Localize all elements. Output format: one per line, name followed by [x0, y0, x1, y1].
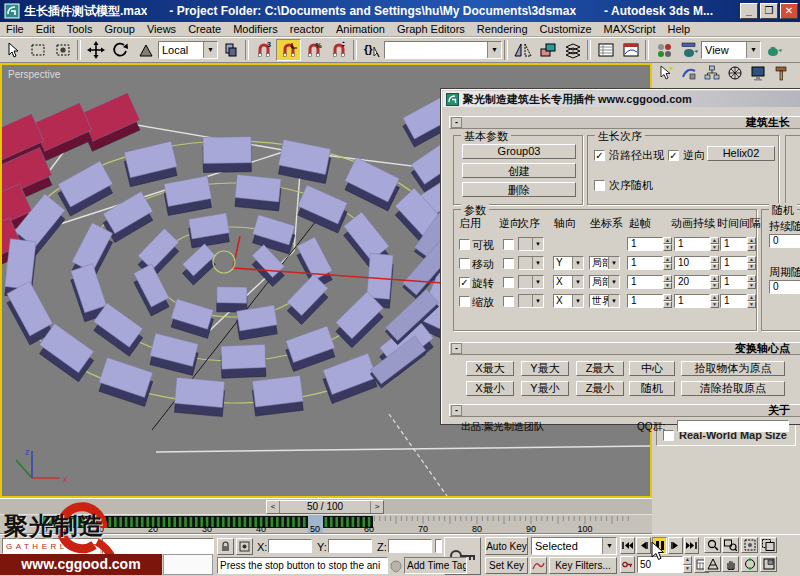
- param-interval-spinner-3[interactable]: 1▲▼: [720, 294, 756, 308]
- delete-button[interactable]: 删除: [462, 182, 576, 197]
- key-mode-toggle-button[interactable]: [620, 556, 635, 573]
- menu-item-animation[interactable]: Animation: [330, 23, 391, 35]
- key-filters-button[interactable]: Key Filters...: [549, 557, 617, 574]
- arc-rotate-button[interactable]: [741, 556, 758, 572]
- param-duration-spinner-0[interactable]: 1▲▼: [674, 237, 719, 251]
- param-start-spinner-2[interactable]: 1▲▼: [627, 275, 672, 289]
- param-reverse-checkbox-3[interactable]: [503, 296, 514, 307]
- chevron-down-icon[interactable]: ▼: [572, 257, 583, 269]
- menu-item-create[interactable]: Create: [182, 23, 227, 35]
- param-interval-spinner-0[interactable]: 1▲▼: [720, 237, 756, 251]
- z-field[interactable]: [388, 539, 432, 553]
- period-random-field[interactable]: 0: [769, 280, 800, 294]
- path-object-button[interactable]: Helix02: [707, 146, 775, 161]
- key-filter-scope-dropdown[interactable]: Selected ▼: [531, 537, 617, 555]
- field-of-view-button[interactable]: [704, 556, 721, 572]
- collapse-icon[interactable]: -: [451, 405, 462, 416]
- chevron-down-icon[interactable]: ▼: [203, 42, 217, 58]
- selection-lock-button[interactable]: [217, 538, 234, 555]
- param-axis-dropdown-3[interactable]: X▼: [553, 294, 584, 308]
- menu-item-tools[interactable]: Tools: [61, 23, 99, 35]
- edit-named-selections-icon[interactable]: {}: [359, 39, 384, 61]
- param-order-dropdown-3[interactable]: ▼: [518, 294, 544, 308]
- menu-item-edit[interactable]: Edit: [30, 23, 61, 35]
- menu-item-views[interactable]: Views: [141, 23, 182, 35]
- use-pivot-center-icon[interactable]: [218, 39, 243, 61]
- param-enable-checkbox-1[interactable]: [459, 258, 470, 269]
- angle-snap-icon[interactable]: [276, 39, 301, 61]
- chevron-down-icon[interactable]: ▼: [532, 295, 543, 307]
- layers-icon[interactable]: [560, 39, 585, 61]
- rollout-pivot[interactable]: - 变换轴心点: [449, 342, 800, 355]
- pivot-button-0-3[interactable]: 中心: [629, 361, 675, 376]
- param-order-dropdown-0[interactable]: ▼: [518, 237, 544, 251]
- param-axis-dropdown-1[interactable]: Y▼: [553, 256, 584, 270]
- next-frame-arrow[interactable]: >: [370, 501, 383, 513]
- pivot-button-1-4[interactable]: 清除拾取原点: [681, 381, 785, 396]
- minimize-button[interactable]: _: [740, 3, 758, 19]
- param-enable-checkbox-3[interactable]: [459, 296, 470, 307]
- move-icon[interactable]: [83, 39, 108, 61]
- selection-filter-icon[interactable]: [50, 39, 75, 61]
- chevron-down-icon[interactable]: ▼: [532, 257, 543, 269]
- rollout-about[interactable]: - 关于: [449, 404, 800, 417]
- zoom-button[interactable]: [704, 537, 721, 553]
- restore-button[interactable]: ❐: [760, 3, 778, 19]
- dialog-title-bar[interactable]: 聚光制造建筑生长专用插件 www.cggood.com: [443, 91, 800, 107]
- param-axis-dropdown-2[interactable]: X▼: [553, 275, 584, 289]
- snap-toggle-3d-icon[interactable]: 3: [251, 39, 276, 61]
- along-path-checkbox[interactable]: ✓: [594, 150, 605, 161]
- prev-frame-button[interactable]: [636, 537, 651, 554]
- param-duration-spinner-2[interactable]: 20▲▼: [674, 275, 719, 289]
- tab-motion-icon[interactable]: [723, 63, 746, 83]
- mirror-icon[interactable]: [510, 39, 535, 61]
- menu-item-help[interactable]: Help: [662, 23, 697, 35]
- pan-button[interactable]: [722, 556, 739, 572]
- render-setup-icon[interactable]: [676, 39, 701, 61]
- reverse-checkbox[interactable]: ✓: [668, 150, 679, 161]
- select-object-icon[interactable]: [0, 39, 25, 61]
- param-interval-spinner-2[interactable]: 1▲▼: [720, 275, 756, 289]
- goto-start-button[interactable]: [620, 537, 635, 554]
- absolute-mode-button[interactable]: [236, 538, 253, 555]
- quick-render-icon[interactable]: [761, 39, 786, 61]
- named-selection-dropdown[interactable]: ▼: [384, 41, 502, 59]
- param-enable-checkbox-0[interactable]: [459, 239, 470, 250]
- param-coord-dropdown-3[interactable]: 世界▼: [589, 294, 620, 308]
- tab-utilities-icon[interactable]: [769, 63, 792, 83]
- param-reverse-checkbox-2[interactable]: [503, 277, 514, 288]
- param-order-dropdown-1[interactable]: ▼: [518, 256, 544, 270]
- frame-spinner[interactable]: ▲▼: [683, 556, 692, 573]
- pivot-button-1-3[interactable]: 随机: [629, 381, 675, 396]
- param-start-spinner-1[interactable]: 1▲▼: [627, 256, 672, 270]
- add-time-tag[interactable]: Add Time Tag: [404, 557, 467, 574]
- chevron-down-icon[interactable]: ▼: [608, 257, 619, 269]
- tab-display-icon[interactable]: [746, 63, 769, 83]
- pivot-button-1-2[interactable]: Z最小: [576, 381, 624, 396]
- x-field[interactable]: [268, 539, 312, 553]
- pivot-button-0-2[interactable]: Z最大: [576, 361, 624, 376]
- chevron-down-icon[interactable]: ▼: [608, 295, 619, 307]
- chevron-down-icon[interactable]: ▼: [572, 276, 583, 288]
- param-duration-spinner-1[interactable]: 10▲▼: [674, 256, 719, 270]
- menu-item-reactor[interactable]: reactor: [284, 23, 330, 35]
- curve-editor-icon[interactable]: [618, 39, 643, 61]
- zoom-all-button[interactable]: [722, 537, 739, 553]
- collapse-icon[interactable]: -: [451, 117, 462, 128]
- menu-item-maxscript[interactable]: MAXScript: [598, 23, 662, 35]
- goto-end-button[interactable]: [684, 537, 699, 554]
- create-button[interactable]: 创建: [462, 163, 576, 178]
- scale-icon[interactable]: [133, 39, 158, 61]
- menu-item-group[interactable]: Group: [98, 23, 141, 35]
- rectangular-selection-icon[interactable]: [25, 39, 50, 61]
- menu-item-modifiers[interactable]: Modifiers: [227, 23, 284, 35]
- collapse-icon[interactable]: -: [451, 343, 462, 354]
- close-button[interactable]: ✕: [780, 3, 798, 19]
- material-editor-icon[interactable]: [651, 39, 676, 61]
- set-key-button[interactable]: Set Key: [485, 557, 528, 574]
- param-start-spinner-0[interactable]: 1▲▼: [627, 237, 672, 251]
- param-duration-spinner-3[interactable]: 1▲▼: [674, 294, 719, 308]
- zoom-extents-button[interactable]: [741, 537, 758, 553]
- param-order-dropdown-2[interactable]: ▼: [518, 275, 544, 289]
- param-coord-dropdown-1[interactable]: 局部▼: [589, 256, 620, 270]
